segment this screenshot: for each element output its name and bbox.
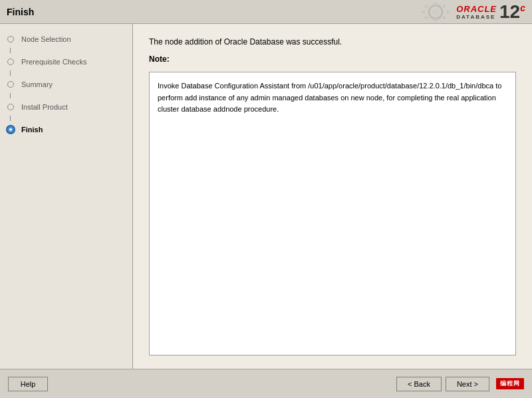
database-label: DATABASE xyxy=(456,14,497,20)
sidebar-item-prerequisite-checks[interactable]: Prerequisite Checks xyxy=(0,53,132,70)
svg-rect-8 xyxy=(442,4,446,8)
main-container: Node Selection Prerequisite Checks Summa… xyxy=(0,24,532,369)
version-number: 12c xyxy=(499,3,525,21)
back-button[interactable]: < Back xyxy=(396,377,442,391)
footer: Help < Back Next > 编程网 xyxy=(0,369,532,398)
title-bar: Finish ORACLE DATABASE 12c xyxy=(0,0,532,24)
window-title: Finish xyxy=(7,7,34,17)
note-box: Invoke Database Configuration Assistant … xyxy=(149,72,516,355)
step-connector xyxy=(10,48,11,53)
gear-decoration-icon xyxy=(419,0,452,24)
sidebar: Node Selection Prerequisite Checks Summa… xyxy=(0,24,133,369)
svg-rect-2 xyxy=(434,3,437,6)
svg-point-1 xyxy=(432,9,439,15)
svg-rect-5 xyxy=(446,11,450,13)
step-connector xyxy=(10,93,11,98)
svg-rect-4 xyxy=(422,11,425,13)
svg-rect-6 xyxy=(424,4,428,8)
next-button[interactable]: Next > xyxy=(446,377,489,391)
oracle-brand-text: ORACLE xyxy=(456,4,497,14)
footer-right: < Back Next > 编程网 xyxy=(396,377,524,391)
content-panel: The node addition of Oracle Database was… xyxy=(133,24,532,369)
note-label: Note: xyxy=(149,54,516,64)
svg-rect-3 xyxy=(434,18,437,21)
sidebar-item-summary[interactable]: Summary xyxy=(0,76,132,93)
step-connector xyxy=(10,116,11,121)
step-connector xyxy=(10,70,11,76)
oracle-logo: ORACLE DATABASE 12c xyxy=(456,3,525,21)
sidebar-item-install-product[interactable]: Install Product xyxy=(0,98,132,116)
help-button[interactable]: Help xyxy=(8,377,48,391)
sidebar-item-finish[interactable]: Finish xyxy=(0,121,132,138)
success-message: The node addition of Oracle Database was… xyxy=(149,37,516,47)
brand-badge: 编程网 xyxy=(496,378,524,389)
sidebar-item-node-selection[interactable]: Node Selection xyxy=(0,31,132,48)
svg-rect-7 xyxy=(442,15,446,19)
svg-rect-9 xyxy=(424,15,428,19)
